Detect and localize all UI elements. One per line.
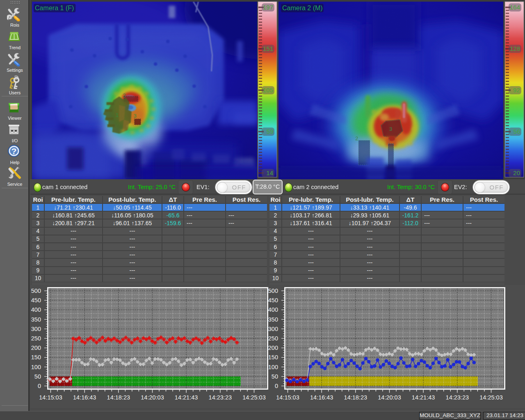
- svg-text:14:25:03: 14:25:03: [242, 394, 265, 401]
- svg-text:14:23:23: 14:23:23: [209, 394, 232, 401]
- svg-text:350: 350: [31, 316, 41, 323]
- svg-text:92: 92: [513, 87, 520, 94]
- svg-text:350: 350: [268, 316, 278, 323]
- svg-text:150: 150: [31, 354, 41, 361]
- svg-text:500: 500: [31, 288, 41, 294]
- svg-text:200: 200: [31, 345, 41, 351]
- svg-text:150: 150: [268, 354, 278, 361]
- svg-text:50: 50: [34, 373, 41, 380]
- svg-text:250: 250: [268, 335, 278, 342]
- svg-text:400: 400: [268, 306, 278, 313]
- svg-text:300: 300: [268, 326, 278, 332]
- svg-text:0: 0: [275, 383, 278, 389]
- svg-text:14: 14: [266, 169, 273, 176]
- svg-text:164: 164: [510, 4, 520, 11]
- svg-text:450: 450: [268, 297, 278, 304]
- svg-text:14:18:23: 14:18:23: [107, 394, 130, 401]
- svg-text:200: 200: [268, 345, 278, 351]
- svg-text:151: 151: [263, 45, 273, 52]
- svg-text:14:25:03: 14:25:03: [479, 394, 502, 401]
- svg-text:14:21:43: 14:21:43: [412, 394, 435, 401]
- svg-text:?: ?: [11, 146, 17, 156]
- svg-text:14:15:03: 14:15:03: [39, 394, 62, 401]
- svg-text:300: 300: [31, 326, 41, 332]
- svg-text:14:21:43: 14:21:43: [175, 394, 198, 401]
- svg-text:56: 56: [513, 128, 520, 135]
- svg-text:14:16:43: 14:16:43: [310, 394, 333, 401]
- svg-text:0: 0: [38, 383, 41, 389]
- svg-text:197: 197: [263, 4, 273, 11]
- svg-text:14:23:23: 14:23:23: [446, 394, 469, 401]
- svg-text:20: 20: [513, 169, 520, 176]
- svg-text:59: 59: [266, 128, 273, 135]
- svg-text:14:15:03: 14:15:03: [276, 394, 299, 401]
- svg-text:250: 250: [31, 335, 41, 342]
- svg-text:400: 400: [31, 306, 41, 313]
- svg-text:50: 50: [272, 373, 278, 380]
- svg-text:128: 128: [510, 45, 520, 52]
- svg-text:14:20:03: 14:20:03: [141, 394, 164, 401]
- svg-text:105: 105: [263, 87, 273, 94]
- svg-text:450: 450: [31, 297, 41, 304]
- svg-text:100: 100: [268, 364, 278, 370]
- svg-text:Camera 2 (M): Camera 2 (M): [282, 5, 323, 11]
- svg-text:14:20:03: 14:20:03: [378, 394, 401, 401]
- svg-text:500: 500: [268, 288, 278, 294]
- svg-text:14:18:23: 14:18:23: [344, 394, 367, 401]
- svg-text:Camera 1 (F): Camera 1 (F): [35, 4, 74, 11]
- svg-text:100: 100: [31, 364, 41, 370]
- svg-text:14:16:43: 14:16:43: [73, 394, 96, 401]
